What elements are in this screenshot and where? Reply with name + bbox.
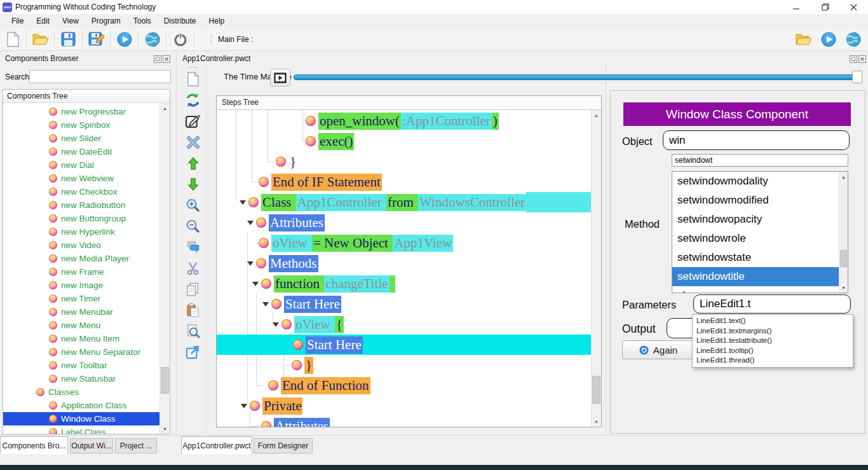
run-icon[interactable] [820, 31, 837, 48]
scrollbar-thumb[interactable] [840, 250, 847, 267]
tree-item[interactable]: new Menu [3, 319, 159, 332]
time-machine-slider-handle[interactable] [852, 71, 862, 83]
float-panel-icon[interactable] [154, 55, 161, 63]
save-as-icon[interactable] [88, 31, 105, 48]
method-item[interactable]: show [672, 286, 839, 293]
step-row[interactable]: Start Here [217, 335, 591, 355]
scroll-up-icon[interactable]: ▲ [839, 172, 848, 182]
autocomplete-item[interactable]: LineEdit1.textmargins() [693, 326, 853, 336]
expand-triangle-icon[interactable] [240, 200, 246, 205]
step-row[interactable]: function changeTitle [217, 273, 591, 294]
document-tab[interactable]: App1Controller.pwct [181, 436, 252, 454]
minimize-button[interactable] [782, 0, 811, 14]
tree-item[interactable]: Classes [3, 385, 159, 399]
refresh-icon[interactable] [184, 92, 202, 109]
copy-icon[interactable] [184, 280, 202, 298]
scroll-up-icon[interactable]: ▲ [160, 103, 170, 113]
edit-step-icon[interactable] [184, 113, 202, 130]
panel-splitter[interactable] [176, 52, 177, 435]
step-row[interactable]: Private [217, 396, 591, 416]
scrollbar-thumb[interactable] [161, 367, 169, 394]
toolbar-grip[interactable] [210, 34, 213, 45]
scroll-down-icon[interactable]: ▼ [839, 282, 848, 293]
autocomplete-item[interactable]: LineEdit1.text() [693, 316, 853, 326]
expand-triangle-icon[interactable] [241, 404, 247, 408]
method-item[interactable]: setwindowstate [672, 248, 839, 267]
power-icon[interactable] [172, 31, 189, 48]
open-file-icon[interactable] [795, 31, 812, 48]
tree-item[interactable]: new Statusbar [3, 372, 159, 385]
find-icon[interactable] [184, 322, 202, 340]
scroll-up-icon[interactable]: ▲ [592, 110, 601, 120]
method-item[interactable]: setwindowmodified [672, 191, 839, 210]
zoom-out-icon[interactable] [184, 218, 202, 235]
float-panel-icon[interactable] [850, 55, 857, 63]
step-row[interactable]: } [217, 151, 591, 172]
paste-icon[interactable] [184, 301, 202, 319]
steps-tree-scrollbar[interactable]: ▲ ▼ [591, 110, 601, 427]
scroll-down-icon[interactable]: ▼ [160, 424, 170, 434]
delete-step-icon[interactable] [184, 134, 202, 151]
tree-item[interactable]: new Menu Item [3, 332, 159, 345]
expand-triangle-icon[interactable] [247, 221, 254, 225]
tree-item[interactable]: new Timer [3, 292, 159, 305]
tree-item[interactable]: new Slider [3, 132, 159, 145]
goto-external-icon[interactable] [184, 343, 202, 361]
method-item[interactable]: setwindowopacity [672, 210, 839, 229]
panel-tab[interactable]: Components Bro... [0, 436, 68, 454]
tree-item[interactable]: new Dial [3, 158, 159, 172]
autocomplete-item[interactable]: LineEdit1.testattribute() [693, 336, 853, 346]
comments-icon[interactable] [184, 238, 202, 256]
tree-item[interactable]: Window Class [3, 412, 159, 425]
menu-item-help[interactable]: Help [203, 15, 231, 27]
step-row[interactable]: Attributes [217, 416, 591, 427]
tree-item[interactable]: new Hyperlink [3, 225, 159, 238]
menu-item-tools[interactable]: Tools [127, 15, 158, 27]
new-file-icon[interactable] [4, 31, 21, 48]
again-button[interactable]: Again [622, 340, 695, 359]
tree-item[interactable]: new Webview [3, 172, 159, 185]
close-panel-icon[interactable] [163, 55, 170, 63]
close-panel-icon[interactable] [858, 55, 866, 63]
globe-icon[interactable] [844, 31, 862, 48]
tree-item[interactable]: new Spinbox [3, 118, 159, 132]
save-icon[interactable] [60, 31, 77, 48]
menu-item-program[interactable]: Program [85, 15, 127, 27]
scrollbar-thumb[interactable] [592, 376, 600, 404]
panel-tab[interactable]: Output Wi... [70, 438, 113, 453]
tree-item[interactable]: new Radiobutton [3, 198, 159, 212]
object-input[interactable] [663, 130, 850, 150]
method-item[interactable]: setwindowrole [672, 229, 839, 248]
tree-item[interactable]: new Image [3, 279, 159, 292]
cut-icon[interactable] [184, 259, 202, 277]
tree-item[interactable]: new Progressbar [3, 105, 159, 118]
menu-item-file[interactable]: File [5, 15, 30, 27]
move-down-icon[interactable] [184, 176, 202, 193]
restore-button[interactable] [811, 0, 839, 14]
step-row[interactable]: End of Function [217, 375, 591, 396]
run-icon[interactable] [116, 31, 133, 48]
step-row[interactable]: open_window(:App1Controller) [217, 111, 591, 131]
step-row[interactable]: Start Here [217, 294, 591, 314]
close-button[interactable] [839, 0, 868, 14]
tree-item[interactable]: new Toolbar [3, 359, 159, 372]
components-tree-scrollbar[interactable]: ▲ ▼ [159, 103, 170, 434]
tree-item[interactable]: new Media Player [3, 252, 159, 265]
menu-item-edit[interactable]: Edit [30, 15, 56, 27]
step-row[interactable]: End of IF Statement [217, 172, 591, 192]
method-item[interactable]: setwindowmodality [672, 172, 839, 191]
step-row[interactable]: oView = New Object App1View [217, 233, 591, 253]
step-row[interactable]: Methods [217, 253, 591, 273]
expand-triangle-icon[interactable] [247, 261, 254, 266]
tree-item[interactable]: new DateEdit [3, 145, 159, 158]
tree-item[interactable]: new Frame [3, 265, 159, 279]
menu-item-distribute[interactable]: Distribute [158, 15, 203, 27]
zoom-in-icon[interactable] [184, 197, 202, 214]
expand-triangle-icon[interactable] [262, 302, 269, 307]
expand-triangle-icon[interactable] [252, 282, 259, 286]
tree-item[interactable]: new Buttongroup [3, 212, 159, 225]
globe-icon[interactable] [144, 31, 161, 48]
tree-item[interactable]: Application Class [3, 399, 159, 412]
search-input[interactable] [29, 70, 171, 83]
tree-item[interactable]: new Checkbox [3, 185, 159, 198]
